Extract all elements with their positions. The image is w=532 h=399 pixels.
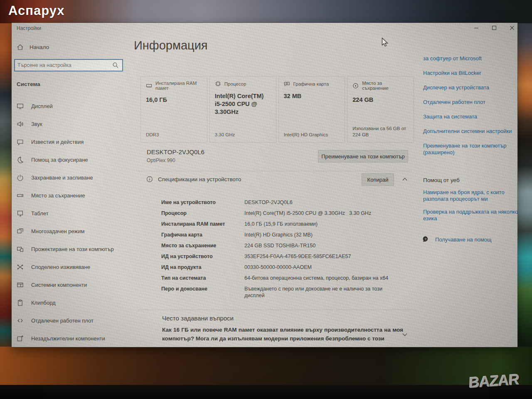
- sidebar-item-sound[interactable]: Звук: [12, 115, 132, 133]
- search-icon: [112, 62, 120, 69]
- close-icon[interactable]: [509, 25, 515, 31]
- section-divider: [138, 310, 412, 310]
- optional-features-icon: [17, 335, 24, 342]
- sidebar-item-label: Клипборд: [31, 300, 56, 306]
- related-link-advanced-system-settings[interactable]: Допълнителни системни настройки: [423, 128, 522, 135]
- sidebar-item-label: Прожектиране на този компютър: [31, 246, 114, 252]
- card-header: Инсталирана RAM памет: [155, 81, 202, 91]
- get-help-row[interactable]: ? Получаване на помощ: [422, 236, 492, 244]
- spec-row-gpu: Графична карта Intel(R) HD Graphics (32 …: [161, 232, 403, 238]
- sidebar-item-remote-desktop[interactable]: Отдалечен работен плот: [12, 312, 132, 330]
- sidebar-item-notifications[interactable]: Известия и действия: [12, 133, 132, 151]
- sidebar-item-multitasking[interactable]: Многозадачен режим: [12, 222, 132, 240]
- page-title: Информация: [134, 39, 208, 52]
- window-controls: [473, 24, 515, 32]
- spec-row-storage: Място за съхранение 224 GB SSD TOSHIBA-T…: [161, 242, 403, 249]
- chevron-up-icon[interactable]: [401, 177, 408, 182]
- notifications-icon: [17, 138, 24, 145]
- spec-row-ram: Инсталирана RAM памет 16,0 ГБ (15,9 ГБ и…: [161, 221, 403, 227]
- sidebar-item-focus-assist[interactable]: Помощ за фокусиране: [12, 151, 132, 169]
- sidebar-nav: Дисплей Звук Известия и действия Помощ з…: [12, 97, 132, 347]
- sidebar-item-optional-features[interactable]: Незадължителни компоненти: [12, 330, 132, 347]
- copy-button[interactable]: Копирай: [362, 173, 394, 186]
- sidebar-item-system-components[interactable]: Системни компоненти: [12, 276, 132, 294]
- card-storage: Място за съхранение 224 GB Използвани са…: [347, 76, 414, 143]
- web-help-link-cpu-cores[interactable]: Намиране на броя ядра, с които разполага…: [423, 189, 524, 202]
- card-cpu: Процесор Intel(R) Core(TM) i5-2500 CPU @…: [209, 76, 276, 143]
- sidebar-item-label: Дисплей: [31, 103, 53, 109]
- device-name: DESKTOP-2VJQ0L6: [147, 148, 204, 155]
- card-value: 32 MB: [284, 92, 340, 100]
- device-specs-title: Спецификации на устройството: [158, 176, 241, 182]
- related-link-remote-desktop[interactable]: Отдалечен работен плот: [423, 99, 522, 106]
- power-icon: [17, 174, 24, 181]
- window-title: Настройки: [17, 25, 41, 31]
- home-label: Начало: [30, 44, 49, 50]
- spec-row-system-type: Тип на системата 64-битова операционна с…: [161, 275, 403, 281]
- card-footer: 3.30 GHz: [215, 132, 271, 138]
- system-components-icon: [17, 281, 24, 288]
- multitasking-icon: [17, 228, 24, 235]
- related-link-rename-advanced[interactable]: Преименуване на този компютър (разширено…: [423, 143, 522, 156]
- focus-assist-icon: [17, 156, 24, 163]
- card-footer: DDR3: [146, 132, 202, 138]
- desktop-wallpaper-left: [0, 23, 12, 347]
- sidebar-item-tablet[interactable]: Таблет: [12, 204, 132, 222]
- cpu-icon: [215, 81, 221, 87]
- spec-row-device-name: Име на устройството DESKTOP-2VJQ0L6: [161, 199, 403, 206]
- sidebar-item-label: Захранване и заспиване: [31, 175, 93, 181]
- card-gpu: Графична карта 32 MB Intel(R) HD Graphic…: [278, 76, 345, 143]
- chevron-down-icon[interactable]: [401, 332, 408, 337]
- section-divider: [138, 171, 412, 171]
- sidebar-item-label: Известия и действия: [31, 139, 84, 145]
- related-link-device-manager[interactable]: Диспечер на устройствата: [423, 84, 522, 91]
- web-help-link-language-support[interactable]: Проверка на поддръжката на няколко езика: [423, 209, 524, 222]
- desktop-wallpaper-bottom: [0, 347, 532, 387]
- sidebar-item-shared-experiences[interactable]: Споделено изживяване: [12, 258, 132, 276]
- sidebar-item-power-sleep[interactable]: Захранване и заспиване: [12, 169, 132, 187]
- display-icon: [17, 103, 24, 110]
- device-specs-table: Име на устройството DESKTOP-2VJQ0L6 Проц…: [161, 199, 403, 303]
- related-link-system-protection[interactable]: Защита на системата: [423, 113, 522, 120]
- clipboard-icon: [17, 299, 24, 306]
- spec-row-product-id: ИД на продукта 00330-50000-00000-AAOEM: [161, 264, 403, 271]
- search-box: [14, 59, 123, 71]
- maximize-icon[interactable]: [491, 25, 497, 31]
- card-value: Intel(R) Core(TM) i5-2500 CPU @ 3.30GHz: [215, 92, 271, 116]
- minimize-icon[interactable]: [473, 25, 479, 31]
- sidebar-item-label: Помощ за фокусиране: [31, 157, 88, 163]
- remote-desktop-icon: [17, 317, 24, 324]
- svg-text:?: ?: [425, 237, 427, 241]
- sidebar-item-display[interactable]: Дисплей: [12, 97, 132, 115]
- photo-watermark-top: Аспарух: [8, 3, 65, 18]
- sidebar-item-label: Многозадачен режим: [31, 228, 85, 234]
- card-header: Процесор: [224, 81, 246, 86]
- spec-row-processor: Процесор Intel(R) Core(TM) i5-2500 CPU @…: [161, 210, 403, 217]
- sidebar-item-projecting[interactable]: Прожектиране на този компютър: [12, 240, 132, 258]
- related-link-ms-software-terms[interactable]: за софтуер от Microsoft: [423, 55, 522, 62]
- rename-pc-button[interactable]: Преименуване на този компютър: [318, 150, 408, 163]
- get-help-link[interactable]: Получаване на помощ: [435, 236, 492, 243]
- card-ram: Инсталирана RAM памет 16,0 ГБ DDR3: [140, 76, 207, 143]
- home-icon: [17, 44, 24, 51]
- settings-window: Настройки Начало Система Дисплей Зв: [12, 23, 517, 347]
- sidebar-item-home[interactable]: Начало: [17, 44, 49, 51]
- sidebar-item-label: Таблет: [31, 210, 49, 217]
- card-footer: Intel(R) HD Graphics: [284, 132, 340, 138]
- sidebar-section-title: Система: [17, 81, 40, 87]
- search-input[interactable]: [15, 62, 112, 68]
- sidebar-item-label: Отдалечен работен плот: [31, 318, 94, 324]
- sidebar-item-clipboard[interactable]: Клипборд: [12, 294, 132, 312]
- device-spec-cards: Инсталирана RAM памет 16,0 ГБ DDR3 Проце…: [140, 76, 414, 143]
- related-link-bitlocker[interactable]: Настройки на BitLocker: [423, 70, 522, 76]
- sidebar-item-storage[interactable]: Място за съхранение: [12, 187, 132, 204]
- monitor-bezel: [0, 385, 532, 399]
- faq-title: Често задавани въпроси: [162, 315, 234, 322]
- spec-row-device-id: ИД на устройството 353EF254-F0AA-4765-9D…: [161, 253, 403, 260]
- photo-watermark-bottom: BAZAR: [468, 371, 519, 392]
- card-header: Място за съхранение: [362, 81, 409, 91]
- faq-text: Как 16 ГБ или повече RAM памет оказват в…: [162, 325, 403, 343]
- card-value: 16,0 ГБ: [146, 96, 202, 104]
- card-header: Графична карта: [293, 81, 329, 86]
- gpu-icon: [284, 81, 290, 87]
